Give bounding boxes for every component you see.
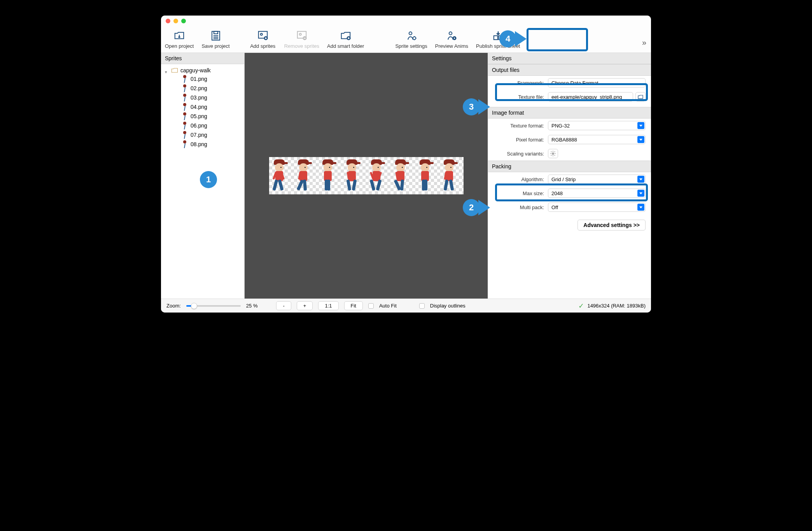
framework-select[interactable]: Choose Data Format	[548, 78, 646, 87]
highlight-publish	[527, 28, 588, 51]
browse-texture-button[interactable]	[635, 92, 646, 101]
framework-row: Framework: Choose Data Format	[488, 76, 651, 90]
add-smart-folder-button[interactable]: Add smart folder	[323, 30, 368, 49]
algorithm-row: Algorithm: Grid / Strip	[488, 172, 651, 186]
file-label: 04.png	[191, 104, 207, 110]
texture-file-row: Texture file: eet-example/capguy_strip8.…	[488, 90, 651, 104]
zoom-button[interactable]	[181, 19, 186, 23]
multipack-value: Off	[551, 204, 558, 210]
zoom-thumb[interactable]	[191, 303, 197, 309]
svg-point-9	[299, 33, 301, 35]
folder-icon	[637, 94, 644, 100]
preview-anims-label: Preview Anims	[435, 43, 468, 49]
tree-file[interactable]: 05.png	[163, 112, 243, 121]
texture-format-value: PNG-32	[551, 123, 570, 129]
sprites-panel: Sprites capguy-walk 01.png 02.png 03.png…	[161, 53, 245, 299]
status-ok-icon: ✓	[578, 302, 584, 310]
texture-format-select[interactable]: PNG-32	[548, 121, 646, 130]
svg-point-14	[449, 32, 452, 35]
algorithm-select[interactable]: Grid / Strip	[548, 175, 646, 184]
tree-folder[interactable]: capguy-walk	[163, 66, 243, 74]
save-project-label: Save project	[201, 43, 229, 49]
chevron-down-icon[interactable]	[165, 68, 169, 72]
toolbar-overflow-button[interactable]: »	[642, 38, 646, 47]
multipack-select[interactable]: Off	[548, 203, 646, 212]
svg-point-18	[552, 153, 554, 154]
autofit-checkbox[interactable]	[368, 303, 374, 309]
multipack-row: Multi pack: Off	[488, 200, 651, 214]
sprite-sheet-preview	[269, 157, 464, 194]
callout-badge: 2	[463, 199, 480, 216]
close-button[interactable]	[166, 19, 170, 23]
multipack-label: Multi pack:	[494, 204, 548, 210]
file-label: 02.png	[191, 85, 207, 91]
preview-anims-button[interactable]: Preview Anims	[431, 30, 472, 49]
maxsize-label: Max size:	[494, 190, 548, 196]
sprite-thumb-icon	[182, 131, 187, 139]
maxsize-select[interactable]: 2048	[548, 189, 646, 198]
sprite-thumb-icon	[182, 112, 187, 120]
texture-format-row: Texture format: PNG-32	[488, 119, 651, 133]
framework-label: Framework:	[494, 80, 548, 86]
dimensions-label: 1496x324 (RAM: 1893kB)	[587, 303, 646, 309]
add-sprites-button[interactable]: Add sprites	[245, 30, 280, 49]
scaling-variants-button[interactable]	[548, 149, 558, 158]
advanced-settings-button[interactable]: Advanced settings >>	[578, 220, 646, 231]
sprite-thumb-icon	[182, 140, 187, 148]
sprite-thumb-icon	[182, 75, 187, 83]
sprite-thumb-icon	[182, 84, 187, 92]
algorithm-value: Grid / Strip	[551, 176, 576, 182]
toolbar: Open project Save project Add sprites Re…	[161, 26, 651, 53]
minimize-button[interactable]	[173, 19, 178, 23]
callout-badge: 4	[499, 30, 516, 47]
zoom-fit-button[interactable]: Fit	[344, 301, 363, 310]
section-packing: Packing	[488, 161, 651, 172]
file-label: 07.png	[191, 132, 207, 138]
tree-file[interactable]: 01.png	[163, 74, 243, 84]
scaling-label: Scaling variants:	[494, 151, 548, 157]
remove-sprites-icon	[296, 30, 308, 42]
add-folder-label: Add smart folder	[327, 43, 364, 49]
canvas[interactable]	[245, 53, 488, 299]
tree-file[interactable]: 07.png	[163, 130, 243, 140]
sprite-settings-button[interactable]: Sprite settings	[391, 30, 431, 49]
zoom-in-button[interactable]: +	[297, 301, 313, 310]
display-outlines-label: Display outlines	[430, 303, 466, 309]
save-project-button[interactable]: Save project	[198, 30, 233, 49]
folder-open-icon	[173, 30, 185, 42]
maxsize-value: 2048	[551, 190, 563, 196]
tree-file[interactable]: 08.png	[163, 140, 243, 149]
pixel-format-label: Pixel format:	[494, 137, 548, 143]
zoom-slider[interactable]	[186, 305, 241, 307]
tree-file[interactable]: 03.png	[163, 93, 243, 102]
open-project-label: Open project	[165, 43, 194, 49]
section-output-files: Output files	[488, 64, 651, 76]
texture-file-label: Texture file:	[494, 94, 548, 100]
sprite-settings-icon	[406, 30, 417, 42]
callout-arrow-icon	[478, 200, 490, 215]
titlebar	[161, 16, 651, 26]
scaling-row: Scaling variants:	[488, 147, 651, 161]
zoom-out-button[interactable]: -	[276, 301, 291, 310]
remove-sprites-button: Remove sprites	[280, 30, 323, 49]
tree-file[interactable]: 02.png	[163, 84, 243, 93]
algorithm-label: Algorithm:	[494, 176, 548, 182]
pixel-format-select[interactable]: RGBA8888	[548, 135, 646, 144]
zoom-100-button[interactable]: 1:1	[318, 301, 338, 310]
settings-panel: Settings Output files Framework: Choose …	[488, 53, 651, 299]
file-label: 06.png	[191, 122, 207, 129]
tree-file[interactable]: 04.png	[163, 102, 243, 112]
tree-file[interactable]: 06.png	[163, 121, 243, 130]
open-project-button[interactable]: Open project	[161, 30, 198, 49]
display-outlines-checkbox[interactable]	[419, 303, 425, 309]
framework-value: Choose Data Format	[551, 80, 598, 86]
svg-point-6	[260, 33, 262, 35]
file-label: 03.png	[191, 94, 207, 101]
zoom-percent: 25 %	[246, 303, 258, 309]
callout-badge: 3	[463, 98, 480, 115]
pixel-format-value: RGBA8888	[551, 137, 577, 143]
file-label: 01.png	[191, 76, 207, 82]
add-sprites-label: Add sprites	[250, 43, 275, 49]
texture-file-input[interactable]: eet-example/capguy_strip8.png	[548, 92, 633, 101]
file-label: 08.png	[191, 141, 207, 147]
